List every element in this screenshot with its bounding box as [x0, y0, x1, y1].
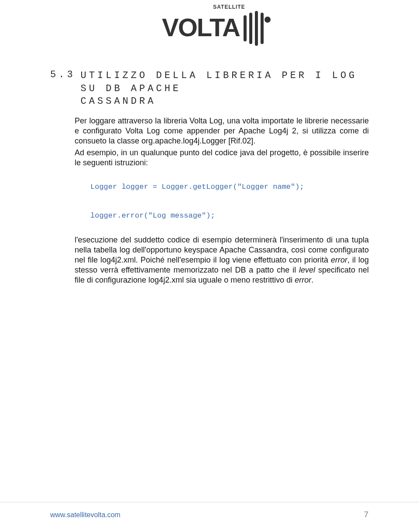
svg-text:SATELLITE: SATELLITE [213, 4, 245, 10]
section-title-line1: Utilizzo della libreria per i log su DB … [81, 70, 357, 94]
body-text: Per loggare attraverso la libreria Volta… [50, 116, 369, 168]
code-line-2: logger.error("Log message"); [90, 211, 369, 221]
section-title-line2: Cassandra [81, 96, 156, 107]
p3-text-a: l'esecuzione del suddetto codice di esem… [75, 235, 369, 264]
p3-error-1: error [331, 256, 347, 264]
section-heading: 5.3 Utilizzo della libreria per i log su… [50, 69, 369, 108]
paragraph-3: l'esecuzione del suddetto codice di esem… [50, 235, 369, 285]
svg-rect-2 [244, 15, 247, 41]
footer-url-link[interactable]: www.satellitevolta.com [50, 511, 120, 519]
footer-divider [0, 502, 419, 502]
page-number: 7 [364, 510, 369, 520]
code-line-1: Logger logger = Logger.getLogger("Logger… [90, 182, 369, 192]
content-area: 5.3 Utilizzo della libreria per i log su… [0, 48, 419, 285]
svg-text:VOLTA: VOLTA [162, 13, 240, 41]
paragraph-2: Ad esempio, in un qualunque punto del co… [75, 148, 369, 168]
footer: www.satellitevolta.com 7 [50, 510, 369, 520]
volta-logo-icon: SATELLITE VOLTA [148, 2, 271, 46]
p3-level: level [299, 266, 315, 274]
svg-point-6 [264, 17, 271, 23]
paragraph-1: Per loggare attraverso la libreria Volta… [75, 116, 369, 146]
svg-rect-4 [255, 11, 258, 46]
document-page: SATELLITE VOLTA 5.3 Utilizzo della libre… [0, 0, 419, 532]
logo: SATELLITE VOLTA [0, 2, 419, 48]
p3-error-2: error [295, 276, 311, 284]
section-number: 5.3 [50, 69, 76, 80]
section-title: Utilizzo della libreria per i log su DB … [81, 69, 369, 108]
code-block: Logger logger = Logger.getLogger("Logger… [90, 182, 369, 221]
svg-rect-5 [261, 13, 264, 44]
svg-rect-3 [249, 13, 252, 44]
p3-text-d: . [311, 276, 313, 284]
